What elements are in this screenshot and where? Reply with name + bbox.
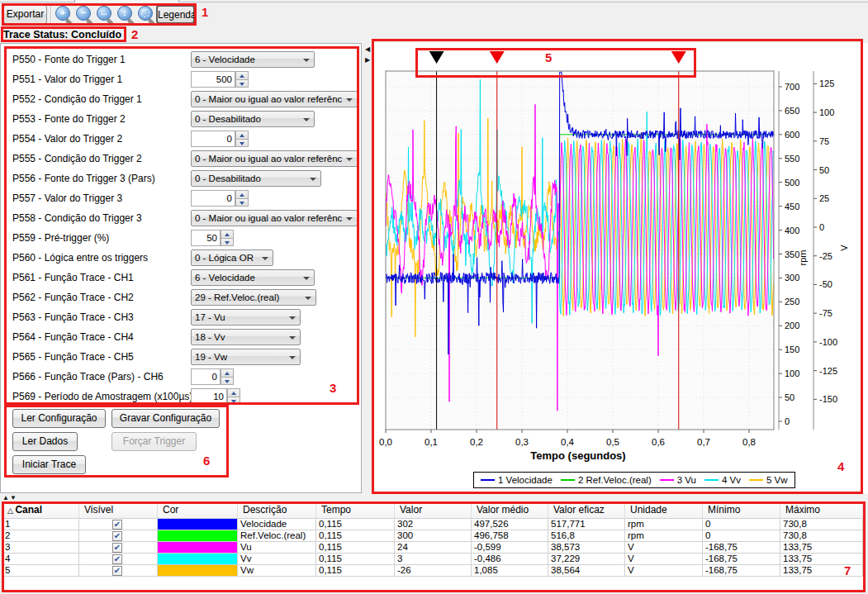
column-header-unidade[interactable]: Unidade	[625, 502, 703, 519]
param-row-P559: P559 - Pré-trigger (%)50	[1, 229, 363, 247]
top-divider-right	[178, 2, 868, 2]
param-P563-select[interactable]: 17 - Vu	[191, 309, 301, 326]
legend-toggle-button[interactable]: Legenda	[156, 5, 195, 24]
svg-text:75: 75	[819, 136, 829, 146]
spin-down-icon[interactable]	[235, 198, 249, 207]
column-header-visível[interactable]: Visível	[79, 502, 158, 519]
annotation-number-3: 3	[330, 381, 336, 395]
spin-down-icon[interactable]	[221, 238, 234, 246]
collapse-right-icon[interactable]: ▶	[365, 56, 370, 64]
zoom-out-icon[interactable]: −	[75, 5, 95, 25]
svg-text:0,3: 0,3	[515, 437, 529, 447]
column-header-tempo[interactable]: Tempo	[316, 502, 395, 519]
horizontal-splitter[interactable]: ▲▼	[0, 494, 868, 501]
start-trace-button[interactable]: Iniciar Trace	[12, 455, 86, 474]
column-header-valor[interactable]: Valor	[395, 502, 472, 519]
visible-checkbox[interactable]: ✔	[112, 554, 122, 564]
read-config-button[interactable]: Ler Configuração	[12, 409, 106, 428]
param-P565-select[interactable]: 19 - Vw	[191, 349, 301, 365]
param-P564-select[interactable]: 18 - Vv	[191, 329, 301, 345]
force-trigger-button: Forçar Trigger	[111, 432, 197, 451]
write-config-button[interactable]: Gravar Configuração	[111, 409, 220, 428]
column-header-valor-médio[interactable]: Valor médio	[472, 502, 548, 519]
param-P556-select[interactable]: 0 - Desabilitado	[191, 170, 321, 187]
svg-text:-50: -50	[819, 279, 832, 289]
column-header-máximo[interactable]: Máximo	[780, 502, 863, 519]
vertical-splitter[interactable]: ◀ ▶	[362, 43, 373, 493]
color-swatch	[158, 565, 238, 577]
spin-up-icon[interactable]	[221, 368, 234, 377]
svg-text:50: 50	[819, 165, 829, 175]
column-header-descrição[interactable]: Descrição	[238, 502, 316, 519]
spin-down-icon[interactable]	[235, 79, 249, 88]
zoom-in-icon[interactable]: +	[55, 5, 74, 25]
table-cell[interactable]: ✔	[79, 554, 158, 565]
svg-text:200: 200	[785, 321, 799, 330]
table-cell: 4	[2, 554, 79, 565]
spin-down-icon[interactable]	[221, 377, 234, 385]
svg-text:700: 700	[785, 82, 799, 92]
svg-text:0,0: 0,0	[379, 437, 392, 447]
table-cell[interactable]: ✔	[79, 565, 158, 577]
param-P552-select[interactable]: 0 - Maior ou igual ao valor referência	[191, 91, 358, 107]
spin-up-icon[interactable]	[235, 71, 249, 79]
visible-checkbox[interactable]: ✔	[112, 543, 122, 553]
table-cell[interactable]: ✔	[79, 519, 158, 530]
splitter-arrows-icon[interactable]: ▲▼	[2, 494, 17, 501]
read-data-button[interactable]: Ler Dados	[12, 432, 78, 451]
trace-status-value: Concluído	[71, 29, 121, 40]
column-header-cor[interactable]: Cor	[158, 502, 238, 519]
collapse-left-icon[interactable]: ◀	[365, 45, 370, 54]
table-cell: 497,526	[472, 519, 548, 530]
zoom-vertical-icon[interactable]: ↕	[116, 5, 136, 25]
legend-item: 5 Vw	[749, 475, 788, 485]
spin-up-icon[interactable]	[227, 388, 240, 397]
param-P550-select[interactable]: 6 - Velocidade	[191, 51, 315, 68]
table-cell: 0,115	[316, 530, 395, 542]
trigger-cursor-1-marker[interactable]	[490, 51, 505, 64]
annotation-number-6: 6	[203, 454, 210, 468]
param-P561-select[interactable]: 6 - Velocidade	[191, 269, 315, 286]
spin-up-icon[interactable]	[221, 230, 234, 238]
spin-down-icon[interactable]	[227, 397, 240, 405]
zoom-horizontal-icon[interactable]: ↔	[96, 5, 116, 25]
table-cell: 0,115	[316, 554, 395, 565]
param-P562-select[interactable]: 29 - Ref.Veloc.(real)	[191, 289, 316, 306]
spin-down-icon[interactable]	[235, 139, 249, 147]
visible-checkbox[interactable]: ✔	[112, 566, 122, 576]
table-cell: 516,8	[548, 530, 625, 542]
table-cell[interactable]: ✔	[79, 542, 158, 554]
table-cell: 38,573	[548, 542, 625, 554]
export-button[interactable]: Exportar	[3, 5, 47, 24]
visible-checkbox[interactable]: ✔	[112, 531, 122, 541]
data-cursor-marker[interactable]	[429, 51, 444, 64]
param-P560-select[interactable]: 0 - Lógica OR	[191, 249, 273, 266]
table-cell[interactable]: ✔	[79, 530, 158, 542]
param-row-P561: P561 - Função Trace - CH16 - Velocidade	[1, 268, 363, 287]
param-row-P551: P551 - Valor do Trigger 1500	[1, 70, 363, 88]
table-cell: Vu	[238, 542, 316, 554]
annotation-number-7: 7	[844, 563, 851, 577]
param-P555-select[interactable]: 0 - Maior ou igual ao valor referência	[191, 150, 358, 167]
color-swatch	[158, 554, 238, 565]
annotation-number-5: 5	[545, 50, 552, 64]
chevron-down-icon	[303, 59, 310, 62]
trigger-cursor-2-marker[interactable]	[671, 51, 686, 64]
toolbar: Exportar +−↔↕ Legenda	[0, 3, 868, 26]
column-header-valor-eficaz[interactable]: Valor eficaz	[548, 502, 625, 519]
column-header-mínimo[interactable]: Mínimo	[703, 502, 780, 519]
chevron-down-icon	[289, 336, 296, 340]
svg-text:400: 400	[785, 226, 799, 235]
svg-text:V: V	[839, 245, 849, 251]
param-P558-select[interactable]: 0 - Maior ou igual ao valor referência	[191, 210, 358, 226]
param-label-P569: P569 - Período de Amostragem (x100µs)	[12, 387, 192, 406]
table-cell: 38,564	[548, 565, 625, 577]
param-row-P553: P553 - Fonte do Trigger 20 - Desabilitad…	[1, 110, 363, 128]
param-P553-select[interactable]: 0 - Desabilitado	[191, 111, 315, 127]
spin-up-icon[interactable]	[235, 190, 249, 198]
column-header-canal[interactable]: △ Canal	[2, 502, 79, 519]
spin-up-icon[interactable]	[235, 131, 249, 139]
param-row-P550: P550 - Fonte do Trigger 16 - Velocidade	[1, 50, 363, 69]
zoom-fit-icon[interactable]	[137, 5, 157, 25]
visible-checkbox[interactable]: ✔	[112, 520, 122, 530]
